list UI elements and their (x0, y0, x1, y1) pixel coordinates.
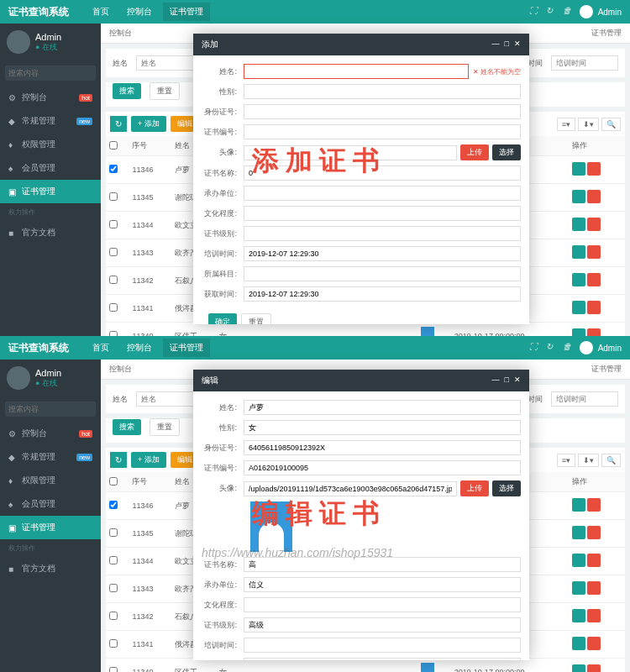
sidebar-item-console[interactable]: ⚙控制台hot (0, 86, 101, 109)
select-button[interactable]: 选择 (492, 144, 521, 160)
row-checkbox[interactable] (109, 192, 118, 201)
row-checkbox[interactable] (109, 556, 118, 564)
sidebar-item-member[interactable]: ♠会员管理 (0, 156, 101, 180)
nav-home[interactable]: 首页 (86, 3, 116, 21)
sidebar-search[interactable] (5, 402, 96, 417)
nav-cert[interactable]: 证书管理 (163, 3, 210, 21)
row-delete-button[interactable] (587, 581, 601, 595)
input-gettime[interactable] (244, 286, 521, 302)
fullscreen-icon[interactable]: ⛶ (529, 6, 541, 18)
row-edit-button[interactable] (572, 162, 585, 176)
input-traintime[interactable] (244, 246, 521, 261)
row-delete-button[interactable] (587, 273, 601, 286)
upload-button[interactable]: 上传 (460, 144, 489, 160)
row-checkbox[interactable] (109, 528, 118, 537)
refresh-button[interactable]: ↻ (110, 452, 127, 468)
search-icon[interactable]: 🔍 (601, 454, 621, 467)
modal-reset-button[interactable]: 重置 (241, 313, 271, 324)
nav-home[interactable]: 首页 (86, 339, 116, 357)
refresh-icon[interactable]: ↻ (546, 6, 558, 18)
sidebar-item-console[interactable]: ⚙控制台hot (0, 422, 101, 445)
sidebar-item-permission[interactable]: ♦权限管理 (0, 133, 101, 156)
input-edu[interactable] (244, 597, 521, 612)
row-edit-button[interactable] (572, 609, 585, 622)
export-button[interactable]: ⬇▾ (578, 454, 599, 467)
sidebar-item-permission[interactable]: ♦权限管理 (0, 469, 101, 492)
row-delete-button[interactable] (587, 526, 601, 539)
row-delete-button[interactable] (587, 162, 601, 176)
clear-icon[interactable]: 🗑 (563, 6, 575, 18)
input-idcard[interactable] (244, 440, 521, 455)
add-button[interactable]: + 添加 (131, 116, 166, 132)
row-delete-button[interactable] (587, 637, 601, 650)
row-checkbox[interactable] (109, 303, 118, 312)
close-icon[interactable]: ✕ (514, 375, 521, 384)
row-edit-button[interactable] (572, 664, 585, 672)
row-delete-button[interactable] (587, 190, 601, 203)
row-checkbox[interactable] (109, 667, 118, 672)
select-all[interactable] (109, 477, 118, 486)
search-button[interactable]: 搜索 (113, 419, 141, 435)
sidebar-item-member[interactable]: ♠会员管理 (0, 492, 101, 516)
row-checkbox[interactable] (109, 612, 118, 620)
input-certname[interactable] (244, 557, 521, 572)
row-edit-button[interactable] (572, 637, 585, 650)
sidebar-item-regular[interactable]: ◆常规管理new (0, 109, 101, 133)
nav-console[interactable]: 控制台 (120, 339, 159, 357)
row-checkbox[interactable] (109, 276, 118, 284)
upload-button[interactable]: 上传 (460, 480, 489, 496)
row-checkbox[interactable] (109, 220, 118, 228)
close-icon[interactable]: ✕ (514, 39, 521, 48)
input-sex[interactable] (244, 420, 521, 435)
sidebar-item-cert[interactable]: ▣证书管理 (0, 180, 101, 203)
sidebar-item-docs[interactable]: ■官方文档 (0, 221, 101, 244)
sidebar-item-cert[interactable]: ▣证书管理 (0, 516, 101, 539)
row-delete-button[interactable] (587, 664, 601, 672)
row-delete-button[interactable] (587, 609, 601, 622)
username[interactable]: Admin (598, 344, 622, 353)
input-certno[interactable] (244, 124, 521, 139)
input-edu[interactable] (244, 206, 521, 221)
sidebar-item-docs[interactable]: ■官方文档 (0, 557, 101, 580)
select-all[interactable] (109, 141, 118, 150)
refresh-button[interactable]: ↻ (110, 116, 127, 132)
username[interactable]: Admin (598, 8, 622, 17)
row-edit-button[interactable] (572, 273, 585, 286)
row-edit-button[interactable] (572, 245, 585, 259)
add-button[interactable]: + 添加 (131, 452, 166, 468)
nav-cert[interactable]: 证书管理 (163, 339, 210, 357)
row-edit-button[interactable] (572, 526, 585, 539)
row-delete-button[interactable] (587, 328, 601, 336)
sidebar-item-regular[interactable]: ◆常规管理new (0, 445, 101, 469)
refresh-icon[interactable]: ↻ (546, 342, 558, 354)
input-org[interactable] (244, 186, 521, 201)
filter-traintime[interactable] (551, 55, 618, 71)
row-edit-button[interactable] (572, 498, 585, 512)
filter-traintime[interactable] (551, 391, 618, 407)
row-checkbox[interactable] (109, 639, 118, 648)
clear-icon[interactable]: 🗑 (563, 342, 575, 354)
view-toggle[interactable]: ≡▾ (557, 454, 575, 467)
select-button[interactable]: 选择 (492, 480, 521, 496)
view-toggle[interactable]: ≡▾ (557, 118, 575, 131)
input-sex[interactable] (244, 84, 521, 99)
input-certname[interactable] (244, 165, 521, 181)
row-edit-button[interactable] (572, 328, 585, 336)
avatar-icon[interactable] (580, 341, 593, 354)
maximize-icon[interactable]: □ (505, 375, 509, 384)
row-delete-button[interactable] (587, 301, 601, 314)
search-icon[interactable]: 🔍 (601, 118, 621, 131)
row-checkbox[interactable] (109, 165, 118, 173)
input-avatar[interactable] (244, 145, 457, 160)
input-subject[interactable] (244, 266, 521, 281)
input-certlevel[interactable] (244, 226, 521, 241)
row-edit-button[interactable] (572, 218, 585, 231)
search-button[interactable]: 搜索 (113, 83, 141, 99)
confirm-button[interactable]: 确定 (208, 313, 237, 324)
row-delete-button[interactable] (587, 245, 601, 259)
sidebar-search[interactable] (5, 66, 96, 81)
input-idcard[interactable] (244, 104, 521, 119)
avatar-icon[interactable] (580, 5, 593, 18)
input-avatar[interactable] (244, 481, 457, 496)
export-button[interactable]: ⬇▾ (578, 118, 599, 131)
